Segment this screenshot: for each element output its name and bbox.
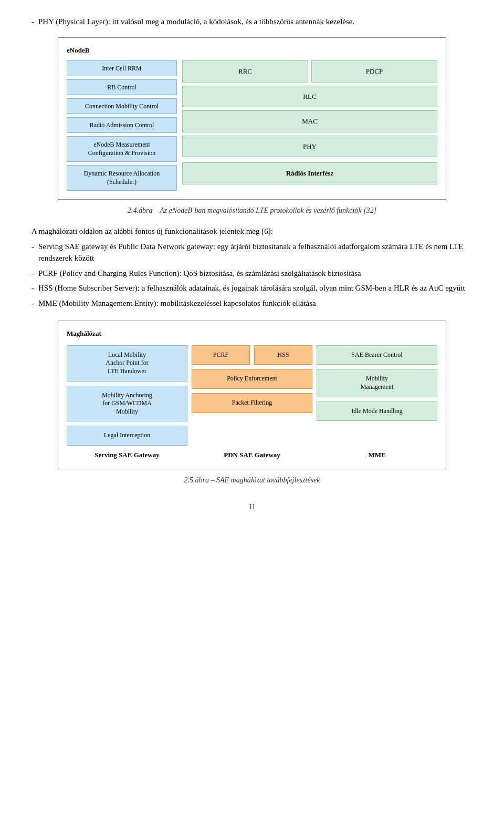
sae-pcrf: PCRF <box>192 345 250 365</box>
serving-sae-text: Serving SAE gateway és Public Data Netwo… <box>38 241 472 264</box>
sae-local-mobility: Local MobilityAnchor Point forLTE Handow… <box>67 345 187 382</box>
sae-footer-pdn: PDN SAE Gateway <box>192 450 312 460</box>
dash: - <box>32 16 34 28</box>
enodeb-right-col: RRC PDCP RLC MAC PHY Rádiós Interfész <box>182 60 437 191</box>
enodeb-mac-row: MAC <box>182 110 437 132</box>
sae-col3: SAE Bearer Control MobilityManagement Id… <box>317 345 437 446</box>
sae-col1: Local MobilityAnchor Point forLTE Handow… <box>67 345 187 446</box>
enodeb-pdcp: PDCP <box>311 60 437 83</box>
enodeb-rrc: RRC <box>182 60 308 83</box>
sae-diagram: Maghálózat Local MobilityAnchor Point fo… <box>58 321 446 469</box>
enodeb-rlc: RLC <box>182 86 437 108</box>
figure2-caption: 2.5.ábra – SAE maghálózat továbbfejleszt… <box>58 475 446 486</box>
sae-policy-enforcement: Policy Enforcement <box>192 369 312 389</box>
sae-col2-top-row: PCRF HSS <box>192 345 312 365</box>
enodeb-title: eNodeB <box>67 45 437 56</box>
enodeb-left-col: Inter Cell RRM RB Control Connection Mob… <box>67 60 177 191</box>
dash: - <box>32 297 34 310</box>
main-text-area: A maghálózati oldalon az alábbi fontos ú… <box>32 225 472 309</box>
mme-text: MME (Mobility Management Entity): mobili… <box>38 297 316 310</box>
dash: - <box>32 267 34 280</box>
enodeb-phy: PHY <box>182 136 437 158</box>
bullet-pcrf: - PCRF (Policy and Charging Rules Functi… <box>32 267 472 280</box>
bullet-mme: - MME (Mobility Management Entity): mobi… <box>32 297 472 310</box>
page-number: 11 <box>32 501 472 512</box>
enodeb-dynamic-resource: Dynamic Resource Allocation(Scheduler) <box>67 165 177 191</box>
intro-bullet-list: - PHY (Physical Layer): itt valósul meg … <box>32 16 472 28</box>
main-para-0: A maghálózati oldalon az alábbi fontos ú… <box>32 225 472 238</box>
figure2-caption-area: 2.5.ábra – SAE maghálózat továbbfejleszt… <box>58 475 446 486</box>
dash: - <box>32 282 34 294</box>
enodeb-rlc-row: RLC <box>182 86 437 108</box>
enodeb-inter-cell-rrm: Inter Cell RRM <box>67 60 177 76</box>
enodeb-connection-mobility: Connection Mobility Control <box>67 98 177 114</box>
enodeb-diagram: eNodeB Inter Cell RRM RB Control Connect… <box>58 37 446 200</box>
sae-footer-serving: Serving SAE Gateway <box>67 450 187 460</box>
sae-grid: Local MobilityAnchor Point forLTE Handow… <box>67 345 437 446</box>
hss-text: HSS (Home Subscriber Server): a felhaszn… <box>38 282 465 294</box>
enodeb-rrc-pdcp-row: RRC PDCP <box>182 60 437 83</box>
phy-text: PHY (Physical Layer): itt valósul meg a … <box>38 16 354 28</box>
sae-packet-filtering: Packet Filtering <box>192 393 312 413</box>
sae-footer-mme: MME <box>317 450 437 460</box>
enodeb-measurement: eNodeB MeasurementConfiguration & Provis… <box>67 136 177 162</box>
bullet-hss: - HSS (Home Subscriber Server): a felhas… <box>32 282 472 294</box>
sae-idle-mode: Idle Mode Handling <box>317 401 437 421</box>
enodeb-mac: MAC <box>182 110 437 132</box>
main-bullet-list: - Serving SAE gateway és Public Data Net… <box>32 241 472 310</box>
enodeb-rb-control: RB Control <box>67 79 177 95</box>
sae-bearer-control: SAE Bearer Control <box>317 345 437 365</box>
enodeb-inner: Inter Cell RRM RB Control Connection Mob… <box>67 60 437 191</box>
sae-hss: HSS <box>254 345 312 365</box>
list-item: - PHY (Physical Layer): itt valósul meg … <box>32 16 472 28</box>
figure1-caption: 2.4.ábra – Az eNodeB-ban megvalósítandó … <box>58 205 446 216</box>
sae-mobility-management: MobilityManagement <box>317 369 437 397</box>
enodeb-radio-admission: Radio Admission Control <box>67 117 177 133</box>
figure1-caption-area: 2.4.ábra – Az eNodeB-ban megvalósítandó … <box>58 205 446 216</box>
sae-title: Maghálózat <box>67 328 437 339</box>
sae-footer: Serving SAE Gateway PDN SAE Gateway MME <box>67 450 437 460</box>
sae-col2: PCRF HSS Policy Enforcement Packet Filte… <box>192 345 312 446</box>
bullet-serving-sae: - Serving SAE gateway és Public Data Net… <box>32 241 472 264</box>
enodeb-radio-interfesz: Rádiós Interfész <box>182 162 437 184</box>
enodeb-phy-row: PHY <box>182 136 437 158</box>
pcrf-text: PCRF (Policy and Charging Rules Function… <box>38 267 361 280</box>
dash: - <box>32 241 34 264</box>
sae-legal-interception: Legal Interception <box>67 426 187 446</box>
sae-mobility-anchoring: Mobility Anchoringfor GSM/WCDMAMobility <box>67 386 187 422</box>
